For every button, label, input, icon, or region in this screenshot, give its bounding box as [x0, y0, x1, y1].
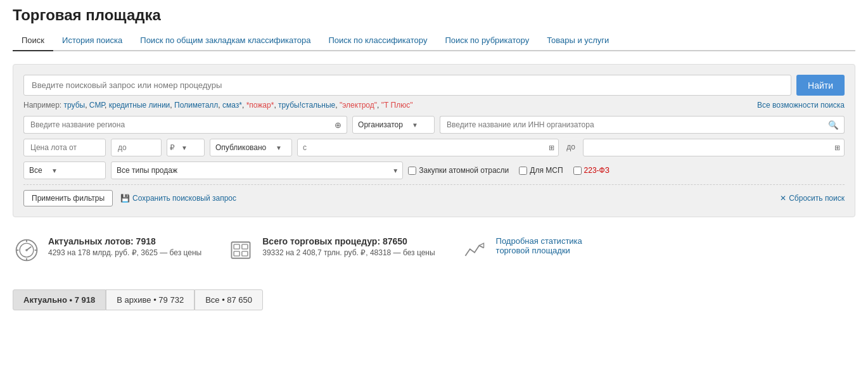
filter-row-1: ⊕ Организатор ▼ 🔍 [23, 116, 845, 134]
examples-prefix: Например: [23, 101, 61, 110]
svg-rect-11 [234, 251, 239, 256]
svg-point-7 [25, 249, 28, 251]
bottom-tab-archive[interactable]: В архиве • 79 732 [106, 289, 195, 310]
all-search-options-link[interactable]: Все возможности поиска [757, 101, 845, 110]
tab-goods[interactable]: Товары и услуги [538, 30, 618, 50]
svg-rect-9 [234, 244, 239, 249]
stats-chart-icon [461, 236, 488, 264]
main-nav: Поиск История поиска Поиск по общим закл… [13, 30, 855, 51]
main-search-input[interactable] [23, 75, 791, 96]
published-arrow-icon: ▼ [272, 144, 286, 151]
example-kredit[interactable]: кредитные линии [109, 101, 170, 110]
total-procedures-title: Всего торговых процедур: 87650 [262, 236, 435, 246]
example-elektrod[interactable]: "электрод" [340, 101, 377, 110]
total-procedures-detail: 39332 на 2 408,7 трлн. руб. ₽, 48318 — б… [262, 248, 435, 257]
sale-types-select[interactable]: Все типы продаж [112, 162, 388, 179]
main-search-row: Найти [23, 75, 845, 96]
date-to-input[interactable] [584, 139, 831, 156]
organizer-search-btn[interactable]: 🔍 [823, 116, 845, 134]
stats-section: Актуальных лотов: 7918 4293 на 178 млрд.… [13, 230, 855, 270]
published-select-wrap[interactable]: Опубликовано ▼ [210, 139, 292, 156]
fz-checkbox-label[interactable]: 223-ФЗ [573, 166, 610, 175]
sale-types-select-wrap[interactable]: Все типы продаж ▼ [111, 162, 403, 179]
all-arrow-icon: ▼ [48, 167, 61, 174]
search-panel: Найти Например: трубы, СМР, кредитные ли… [13, 64, 855, 217]
actual-lots-detail: 4293 на 178 млрд. руб. ₽, 3625 — без цен… [48, 248, 201, 257]
bottom-tabs: Актуально • 7 918 В архиве • 79 732 Все … [13, 289, 855, 310]
example-polimetall[interactable]: Полиметалл [174, 101, 218, 110]
organizer-arrow-icon: ▼ [408, 122, 422, 129]
all-select-wrap[interactable]: Все ▼ [23, 162, 106, 179]
msp-checkbox-label[interactable]: Для МСП [519, 166, 563, 175]
search-button[interactable]: Найти [796, 75, 845, 96]
example-truby[interactable]: трубы [64, 101, 86, 110]
tab-classifier[interactable]: Поиск по классификатору [319, 30, 436, 50]
example-tplus[interactable]: "Т Плюс" [381, 101, 413, 110]
price-to-input[interactable] [111, 139, 162, 156]
actual-lots-icon [13, 236, 41, 264]
date-to-wrap: ⊞ [583, 139, 845, 156]
total-procedures-content: Всего торговых процедур: 87650 39332 на … [262, 236, 435, 257]
example-smr[interactable]: СМР [89, 101, 105, 110]
example-pozhar[interactable]: *пожар* [246, 101, 274, 110]
actual-lots-content: Актуальных лотов: 7918 4293 на 178 млрд.… [48, 236, 201, 257]
currency-select-wrap[interactable]: ₽ ▼ [167, 139, 205, 156]
svg-rect-12 [242, 251, 248, 256]
actual-lots-stat: Актуальных лотов: 7918 4293 на 178 млрд.… [13, 236, 201, 264]
date-from-input[interactable] [298, 139, 545, 156]
save-icon: 💾 [120, 194, 130, 203]
bottom-tab-actual[interactable]: Актуально • 7 918 [13, 289, 106, 310]
total-procedures-stat: Всего торговых процедур: 87650 39332 на … [227, 236, 435, 264]
actions-left: Применить фильтры 💾 Сохранить поисковый … [23, 190, 236, 206]
organizer-name-input[interactable] [440, 116, 823, 134]
examples-list: Например: трубы, СМР, кредитные линии, П… [23, 101, 412, 110]
date-from-wrap: ⊞ [297, 139, 559, 156]
stats-link-block: Подробная статистика торговой площадки [461, 236, 582, 264]
apply-filters-button[interactable]: Применить фильтры [23, 190, 113, 206]
tab-search[interactable]: Поиск [13, 30, 53, 51]
calendar-to-icon[interactable]: ⊞ [831, 144, 844, 152]
stats-link-content: Подробная статистика торговой площадки [496, 236, 582, 255]
region-input-wrap: ⊕ [23, 116, 347, 134]
filter-row-3: Все ▼ Все типы продаж ▼ Закупки атомной … [23, 162, 845, 179]
organizer-select-wrap[interactable]: Организатор ▼ [352, 116, 435, 134]
total-procedures-icon [227, 236, 255, 264]
organizer-name-wrap: 🔍 [440, 116, 845, 134]
calendar-from-icon[interactable]: ⊞ [545, 144, 558, 152]
stats-detailed-link[interactable]: Подробная статистика торговой площадки [496, 236, 582, 255]
checkbox-group: Закупки атомной отрасли Для МСП 223-ФЗ [408, 162, 845, 179]
reset-search-link[interactable]: ✕ Сбросить поиск [780, 194, 845, 203]
example-smaz[interactable]: смаз* [222, 101, 242, 110]
example-truby-stalnye[interactable]: трубы!стальные [278, 101, 335, 110]
filter-separator [23, 184, 845, 185]
date-separator: до [564, 139, 578, 156]
fz-label: 223-ФЗ [584, 166, 610, 175]
reset-icon: ✕ [780, 194, 786, 203]
price-from-input[interactable] [23, 139, 106, 156]
atomic-label: Закупки атомной отрасли [419, 166, 509, 175]
all-select[interactable]: Все [24, 162, 48, 179]
atomic-checkbox-label[interactable]: Закупки атомной отрасли [408, 166, 509, 175]
tab-rubricator[interactable]: Поиск по рубрикатору [436, 30, 538, 50]
page-title: Торговая площадка [13, 6, 855, 24]
tab-bookmarks[interactable]: Поиск по общим закладкам классификатора [131, 30, 319, 50]
filter-row-2: ₽ ▼ Опубликовано ▼ ⊞ до ⊞ [23, 139, 845, 156]
tab-history[interactable]: История поиска [53, 30, 131, 50]
ruble-icon: ₽ [167, 139, 177, 156]
published-select[interactable]: Опубликовано [210, 139, 272, 156]
sale-types-arrow-icon: ▼ [388, 167, 402, 174]
actions-row: Применить фильтры 💾 Сохранить поисковый … [23, 190, 845, 206]
region-input[interactable] [23, 116, 329, 134]
save-search-link[interactable]: 💾 Сохранить поисковый запрос [120, 194, 236, 203]
organizer-select[interactable]: Организатор [353, 117, 408, 133]
msp-label: Для МСП [530, 166, 563, 175]
bottom-tab-all[interactable]: Все • 87 650 [195, 289, 263, 310]
svg-rect-10 [242, 244, 248, 249]
actual-lots-title: Актуальных лотов: 7918 [48, 236, 201, 246]
fz-checkbox[interactable] [573, 167, 582, 175]
currency-arrow-icon: ▼ [177, 144, 191, 151]
examples-row: Например: трубы, СМР, кредитные линии, П… [23, 101, 845, 110]
msp-checkbox[interactable] [519, 167, 527, 175]
atomic-checkbox[interactable] [408, 167, 416, 175]
region-add-btn[interactable]: ⊕ [329, 116, 347, 134]
